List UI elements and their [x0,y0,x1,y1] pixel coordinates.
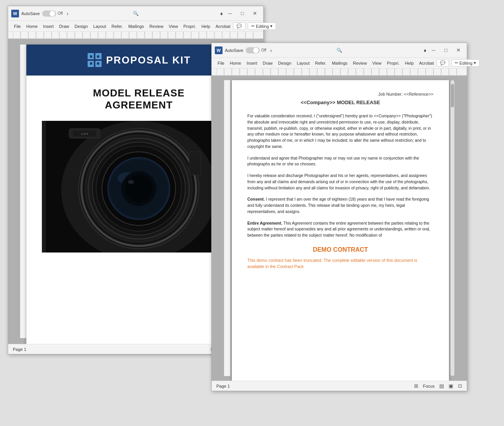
title-bar-center: 🔍 [74,9,198,18]
chevron-down-icon-front: ▾ [474,60,476,65]
editing-button[interactable]: ✏ Editing ▾ [248,22,276,30]
comment-icon-front: 💬 [440,60,445,65]
title-bar-right-front: ♦ ─ □ ✕ [402,45,464,55]
page-indicator: Page 1 [13,347,26,352]
menu-review-front[interactable]: Review [350,60,369,67]
status-bar-front: Page 1 ⊞ Focus ▤ ▣ ⊡ [212,381,467,391]
word-window-front: W AutoSave Off › 🔍 ♦ ─ □ ✕ File Home Ins… [211,43,467,391]
menu-design-front[interactable]: Design [275,60,294,67]
cover-logo-text: PROPOSAL KIT [106,54,191,66]
menu-insert-front[interactable]: Insert [244,60,260,67]
diamond-icon-front: ♦ [424,47,426,53]
title-bar-center-front: 🔍 [277,46,402,55]
maximize-button[interactable]: □ [237,9,248,19]
title-bar-front: W AutoSave Off › 🔍 ♦ ─ □ ✕ [212,43,467,58]
menu-references[interactable]: Refer. [109,23,126,30]
title-bar-right: ♦ ─ □ ✕ [198,9,261,19]
menu-layout[interactable]: Layout [91,23,109,30]
title-bar-left: W AutoSave Off › [11,10,74,17]
cover-logo-area: PROPOSAL KIT [42,52,236,68]
menu-propri-front[interactable]: Propri. [384,60,402,67]
demo-contract-subtitle: This demo contract has been truncated. T… [247,257,433,270]
svg-rect-6 [90,62,92,65]
menu-acrobat-front[interactable]: Acrobat [416,60,437,67]
svg-rect-29 [189,152,201,175]
menu-view-front[interactable]: View [369,60,384,67]
menu-propri[interactable]: Propri. [181,23,198,30]
read-mode-icon-front[interactable]: ▣ [449,383,453,389]
doc-para3: I hereby release and discharge Photograp… [247,173,433,191]
menu-design[interactable]: Design [72,23,90,30]
comment-button[interactable]: 💬 [233,22,245,30]
chevron-icon[interactable]: › [65,10,70,17]
chevron-icon-front[interactable]: › [269,47,274,53]
menu-bar-actions: 💬 ✏ Editing ▾ [233,22,276,30]
diamond-icon: ♦ [220,10,223,17]
menu-file[interactable]: File [11,23,24,30]
menu-view[interactable]: View [166,23,181,30]
focus-label-front: Focus [423,384,435,388]
minimize-button-front[interactable]: ─ [428,45,439,55]
menu-help[interactable]: Help [198,23,213,30]
camera-svg: 1:4.0 [46,121,232,253]
doc-para4-label: Consent. [247,197,265,201]
pencil-icon: ✏ [251,24,255,29]
chevron-down-icon: ▾ [270,24,273,29]
doc-area-front: Job Number: <<Reference>> <<Company>> MO… [212,76,467,381]
menu-home[interactable]: Home [24,23,40,30]
page-indicator-front: Page 1 [216,384,230,388]
toggle-off-label: Off [58,11,63,15]
menu-insert[interactable]: Insert [40,23,57,30]
menu-layout-front[interactable]: Layout [294,60,312,67]
close-button[interactable]: ✕ [249,9,260,19]
ruler-back [8,32,263,39]
web-layout-icon-front[interactable]: ⊡ [458,383,462,389]
proposal-kit-logo-icon [87,52,102,68]
doc-para2: I understand and agree that Photographer… [247,155,433,168]
menu-file-front[interactable]: File [215,60,227,67]
autosave-toggle[interactable] [42,10,56,17]
menu-mailings-front[interactable]: Mailings [329,60,350,67]
svg-text:1:4.0: 1:4.0 [81,132,88,136]
maximize-button-front[interactable]: □ [440,45,451,55]
menu-home-front[interactable]: Home [227,60,244,67]
editing-button-front[interactable]: ✏ Editing ▾ [451,59,480,67]
svg-rect-4 [90,55,92,58]
menu-draw-front[interactable]: Draw [260,60,276,67]
doc-para5: Entire Agreement. This Agreement contain… [247,220,433,239]
menu-acrobat[interactable]: Acrobat [213,23,233,30]
editing-label-front: Editing [459,61,473,65]
pencil-icon-front: ✏ [455,60,458,65]
svg-point-24 [125,175,152,202]
comment-button-front[interactable]: 💬 [437,59,449,67]
doc-job-number: Job Number: <<Reference>> [247,92,433,96]
menu-mailings[interactable]: Mailings [126,23,147,30]
menu-draw[interactable]: Draw [57,23,72,30]
word-app-icon: W [11,10,19,17]
toggle-knob-front [253,48,259,53]
title-bar-left-front: W AutoSave Off › [215,46,277,54]
doc-title: <<Company>> MODEL RELEASE [247,100,433,105]
layout-view-icon-front[interactable]: ▤ [439,383,444,389]
cover-title-line1: MODEL RELEASE [42,87,236,99]
word-app-icon-front: W [215,46,223,54]
cover-title-line2: AGREEMENT [42,99,236,111]
toggle-off-label-front: Off [261,48,266,52]
demo-contract-title: DEMO CONTRACT [247,246,433,253]
menu-references-front[interactable]: Refer. [312,60,329,67]
menu-bar-back: File Home Insert Draw Design Layout Refe… [8,21,263,32]
minimize-button[interactable]: ─ [224,9,235,19]
close-button-front[interactable]: ✕ [453,45,464,55]
page-view-icon-front[interactable]: ⊞ [414,383,418,389]
menu-review[interactable]: Review [147,23,166,30]
autosave-toggle-front[interactable] [246,47,260,53]
search-icon-front[interactable]: 🔍 [335,46,343,55]
doc-para1: For valuable consideration received, I (… [247,113,433,150]
menu-help-front[interactable]: Help [402,60,416,67]
search-icon[interactable]: 🔍 [131,9,140,18]
scrollbar-track[interactable] [450,80,454,376]
doc-para5-label: Entire Agreement. [247,221,282,225]
autosave-label: AutoSave [21,11,40,16]
editing-label: Editing [256,24,269,29]
scrollbar-thumb[interactable] [451,84,454,107]
